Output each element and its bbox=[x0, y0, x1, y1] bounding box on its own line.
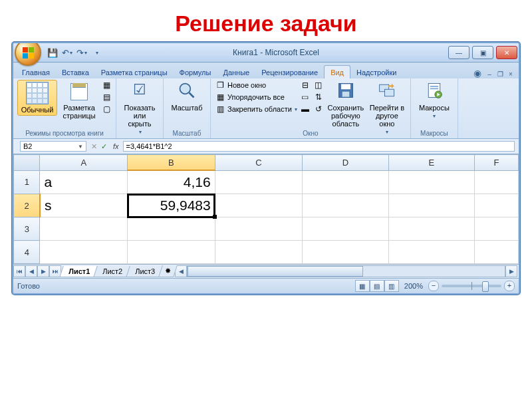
col-header-F[interactable]: F bbox=[475, 155, 519, 171]
custom-views-button[interactable]: ▤ bbox=[101, 92, 112, 102]
cell-B3[interactable] bbox=[128, 217, 215, 241]
cell-D3[interactable] bbox=[303, 217, 388, 241]
cell-C3[interactable] bbox=[215, 217, 303, 241]
zoom-in-button[interactable]: + bbox=[504, 281, 515, 291]
split-button[interactable]: ⊟ bbox=[300, 80, 311, 90]
cell-E3[interactable] bbox=[388, 217, 474, 241]
reset-position-button[interactable]: ↺ bbox=[313, 104, 324, 114]
statusbar-page-layout-button[interactable]: ▤ bbox=[370, 280, 384, 292]
cell-F1[interactable] bbox=[475, 170, 519, 194]
col-header-E[interactable]: E bbox=[388, 155, 474, 171]
tab-data[interactable]: Данные bbox=[217, 66, 255, 78]
name-box[interactable]: B2 ▼ bbox=[20, 141, 86, 152]
excel-window: 💾 ↶▾ ↷▾ ▾ Книга1 - Microsoft Excel — ▣ ✕… bbox=[12, 42, 520, 295]
cell-F3[interactable] bbox=[475, 217, 519, 241]
enter-icon[interactable]: ✓ bbox=[99, 142, 109, 151]
cell-A1[interactable]: a bbox=[40, 170, 128, 194]
cell-F4[interactable] bbox=[475, 241, 519, 264]
save-icon[interactable]: 💾 bbox=[47, 47, 59, 59]
worksheet-grid[interactable]: A B C D E F 1 a 4,16 2 s 59,9483 bbox=[13, 154, 519, 264]
normal-view-button[interactable]: Обычный bbox=[17, 80, 57, 116]
zoom-out-button[interactable]: − bbox=[428, 281, 439, 291]
cell-A4[interactable] bbox=[40, 241, 128, 264]
cell-D4[interactable] bbox=[303, 241, 388, 264]
formula-input[interactable]: =3,4641*B1^2 bbox=[123, 141, 515, 152]
fx-icon[interactable]: fx bbox=[109, 142, 123, 150]
page-layout-button[interactable]: Разметка страницы bbox=[60, 80, 98, 121]
zoom-level[interactable]: 200% bbox=[404, 282, 423, 290]
unhide-button[interactable]: ▬ bbox=[300, 104, 311, 114]
qat-customize-icon[interactable]: ▾ bbox=[90, 47, 102, 59]
tab-view[interactable]: Вид bbox=[324, 65, 350, 78]
row-header-2[interactable]: 2 bbox=[14, 194, 40, 217]
view-side-by-side-button[interactable]: ◫ bbox=[313, 80, 324, 90]
new-window-button[interactable]: ❐Новое окно bbox=[215, 80, 297, 90]
name-box-dropdown-icon[interactable]: ▼ bbox=[78, 144, 83, 150]
cell-B1[interactable]: 4,16 bbox=[128, 170, 215, 194]
mdi-close-button[interactable]: × bbox=[505, 69, 516, 78]
hscroll-thumb[interactable] bbox=[188, 266, 363, 277]
cell-E1[interactable] bbox=[388, 170, 474, 194]
row-header-3[interactable]: 3 bbox=[14, 217, 40, 241]
tab-addins[interactable]: Надстройки bbox=[350, 66, 402, 78]
freeze-panes-button[interactable]: ▥Закрепить области▾ bbox=[215, 104, 297, 114]
col-header-B[interactable]: B bbox=[128, 155, 215, 171]
arrange-all-button[interactable]: ▦Упорядочить все bbox=[215, 92, 297, 102]
switch-windows-button[interactable]: Перейти в другое окно▾ bbox=[368, 80, 406, 136]
cell-D2[interactable] bbox=[303, 194, 388, 217]
cell-E4[interactable] bbox=[388, 241, 474, 264]
zoom-label: Масштаб bbox=[171, 104, 202, 112]
save-workspace-button[interactable]: Сохранить рабочую область bbox=[327, 80, 365, 129]
cancel-icon[interactable]: ✕ bbox=[89, 142, 99, 151]
macros-button[interactable]: Макросы▾ bbox=[415, 80, 454, 120]
tab-insert[interactable]: Вставка bbox=[56, 66, 95, 78]
redo-icon[interactable]: ↷▾ bbox=[76, 47, 88, 59]
row-header-4[interactable]: 4 bbox=[14, 241, 40, 264]
status-bar: Готово ▦ ▤ ▥ 200% − + bbox=[13, 278, 519, 293]
col-header-D[interactable]: D bbox=[303, 155, 388, 171]
zoom-thumb[interactable] bbox=[482, 281, 489, 292]
cell-C2[interactable] bbox=[215, 194, 303, 217]
zoom-track[interactable] bbox=[442, 285, 501, 287]
cell-A2[interactable]: s bbox=[40, 194, 128, 217]
cell-C4[interactable] bbox=[215, 241, 303, 264]
statusbar-normal-view-button[interactable]: ▦ bbox=[355, 280, 370, 292]
col-header-A[interactable]: A bbox=[40, 155, 128, 171]
col-header-C[interactable]: C bbox=[215, 155, 303, 171]
undo-icon[interactable]: ↶▾ bbox=[61, 47, 73, 59]
tab-review[interactable]: Рецензирование bbox=[255, 66, 324, 78]
tab-page-layout[interactable]: Разметка страницы bbox=[95, 66, 174, 78]
mdi-restore-button[interactable]: ❐ bbox=[495, 69, 505, 78]
hscroll-right-button[interactable]: ▶ bbox=[505, 265, 517, 277]
sheet-nav-next-button[interactable]: ▶ bbox=[37, 265, 49, 277]
cell-B4[interactable] bbox=[128, 241, 215, 264]
maximize-button[interactable]: ▣ bbox=[472, 46, 493, 59]
zoom-button[interactable]: Масштаб bbox=[168, 80, 206, 113]
tab-formulas[interactable]: Формулы bbox=[174, 66, 217, 78]
office-button[interactable] bbox=[15, 42, 41, 66]
sheet-nav-prev-button[interactable]: ◀ bbox=[25, 265, 37, 277]
tab-home[interactable]: Главная bbox=[16, 66, 56, 78]
cell-F2[interactable] bbox=[475, 194, 519, 217]
cell-A3[interactable] bbox=[40, 217, 128, 241]
hscroll-track[interactable] bbox=[187, 265, 505, 277]
full-screen-button[interactable]: ▢ bbox=[101, 104, 112, 114]
close-button[interactable]: ✕ bbox=[496, 46, 517, 59]
zoom-slider[interactable]: − + bbox=[428, 281, 515, 291]
mdi-minimize-button[interactable]: – bbox=[484, 69, 495, 78]
statusbar-page-break-button[interactable]: ▥ bbox=[384, 280, 399, 292]
cell-B2[interactable]: 59,9483 bbox=[128, 194, 215, 217]
select-all-corner[interactable] bbox=[14, 155, 40, 171]
cell-E2[interactable] bbox=[388, 194, 474, 217]
show-hide-button[interactable]: ☑ Показать или скрыть▾ bbox=[120, 80, 159, 136]
horizontal-scrollbar[interactable]: ◀ ▶ bbox=[174, 265, 519, 277]
row-header-1[interactable]: 1 bbox=[14, 170, 40, 194]
page-break-preview-button[interactable]: ▦ bbox=[101, 80, 112, 90]
sheet-nav-first-button[interactable]: ⏮ bbox=[13, 265, 25, 277]
hide-button[interactable]: ▭ bbox=[300, 92, 311, 102]
help-icon[interactable]: ◉ bbox=[471, 68, 484, 78]
cell-D1[interactable] bbox=[303, 170, 388, 194]
sync-scroll-button[interactable]: ⇅ bbox=[313, 92, 324, 102]
minimize-button[interactable]: — bbox=[448, 46, 469, 59]
cell-C1[interactable] bbox=[215, 170, 303, 194]
